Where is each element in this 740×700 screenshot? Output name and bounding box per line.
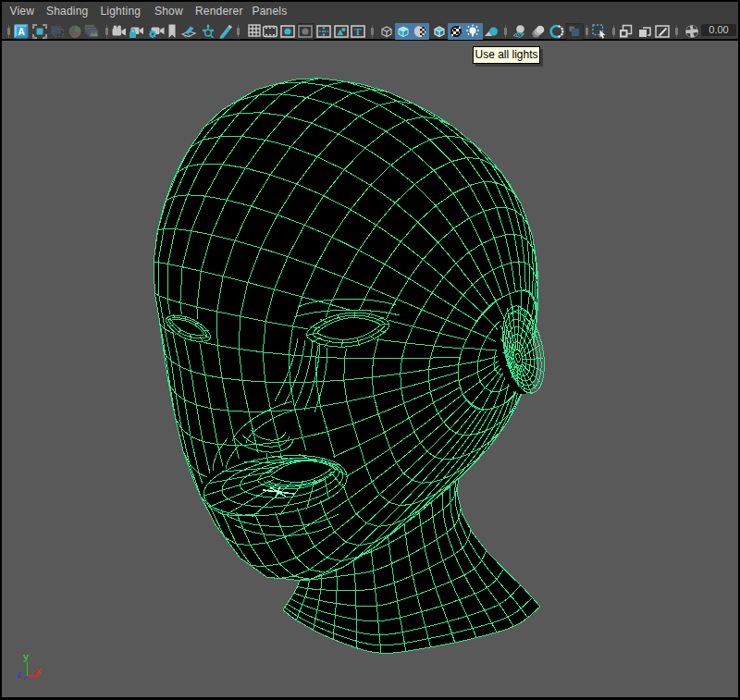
svg-text:A: A — [18, 27, 24, 37]
svg-text:T: T — [354, 26, 362, 37]
svg-text:z: z — [17, 669, 22, 680]
svg-text:y: y — [23, 651, 30, 662]
svg-text:x: x — [35, 665, 42, 676]
